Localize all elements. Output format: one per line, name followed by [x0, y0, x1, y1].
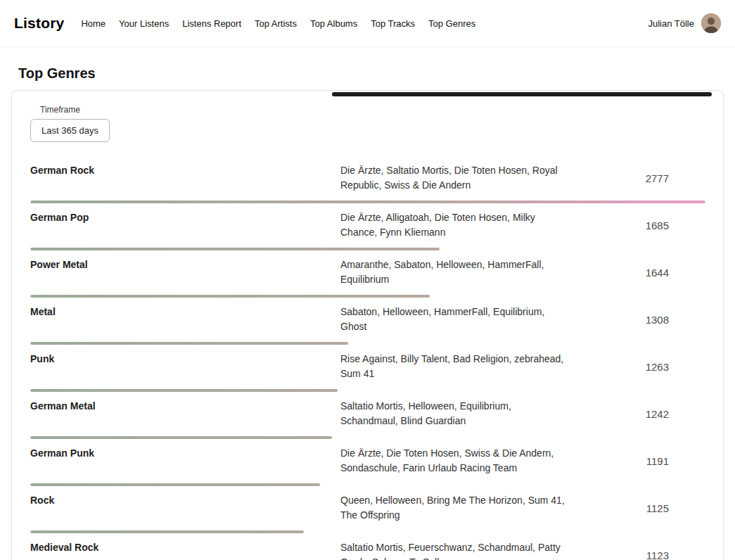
genre-name: German Rock — [30, 163, 340, 176]
nav-item-top-artists[interactable]: Top Artists — [255, 18, 297, 29]
genre-bar-fill — [30, 483, 320, 486]
genre-row: Rock Queen, Helloween, Bring Me The Hori… — [30, 488, 705, 533]
genre-bar-fill — [30, 201, 705, 203]
avatar-person-icon — [701, 13, 721, 33]
nav-item-top-tracks[interactable]: Top Tracks — [371, 18, 415, 29]
genre-count: 2777 — [565, 172, 705, 184]
genre-artists: Amaranthe, Sabaton, Helloween, HammerFal… — [340, 257, 565, 287]
page-title: Top Genres — [18, 65, 717, 82]
horizontal-scrollbar[interactable] — [332, 92, 712, 96]
genre-row: Punk Rise Against, Billy Talent, Bad Rel… — [30, 346, 705, 392]
user-avatar[interactable] — [701, 13, 721, 33]
genre-artists: Die Ärzte, Die Toten Hosen, Swiss & Die … — [340, 446, 565, 476]
genre-artists: Saltatio Mortis, Feuerschwanz, Schandmau… — [340, 540, 565, 560]
nav-links: HomeYour ListensListens ReportTop Artist… — [81, 18, 475, 29]
genre-name: Metal — [30, 305, 340, 317]
genre-count: 1125 — [565, 502, 705, 514]
brand-logo[interactable]: Listory — [14, 15, 64, 32]
genre-artists: Queen, Helloween, Bring Me The Horizon, … — [340, 493, 565, 523]
genre-count: 1263 — [565, 361, 705, 373]
genre-bar — [30, 342, 348, 345]
genre-bar-fill — [30, 342, 348, 345]
top-genres-card: Timeframe Last 365 days German Rock Die … — [11, 90, 724, 560]
genre-name: German Metal — [30, 399, 340, 412]
genre-artists: Die Ärzte, Saltatio Mortis, Die Toten Ho… — [340, 163, 565, 193]
genre-bar-fill — [30, 389, 338, 392]
genre-bar — [30, 295, 430, 298]
genre-count: 1644 — [565, 267, 705, 279]
genre-table: German Rock Die Ärzte, Saltatio Mortis, … — [30, 158, 705, 560]
genre-bar — [30, 248, 440, 250]
genre-bar — [30, 389, 338, 392]
genre-name: German Pop — [30, 210, 340, 223]
nav-item-listens-report[interactable]: Listens Report — [182, 18, 241, 29]
genre-artists: Sabaton, Helloween, HammerFall, Equilibr… — [340, 305, 565, 334]
genre-bar — [30, 483, 320, 486]
genre-count: 1191 — [565, 455, 705, 467]
genre-name: Power Metal — [30, 257, 340, 270]
genre-name: German Punk — [30, 446, 340, 459]
nav-item-top-albums[interactable]: Top Albums — [310, 18, 357, 29]
genre-name: Punk — [30, 352, 340, 364]
genre-artists: Die Ärzte, Alligatoah, Die Toten Hosen, … — [340, 210, 565, 240]
genre-name: Medieval Rock — [30, 540, 340, 553]
genre-count: 1308 — [565, 314, 705, 326]
genre-row: Medieval Rock Saltatio Mortis, Feuerschw… — [30, 535, 705, 560]
nav-item-top-genres[interactable]: Top Genres — [428, 18, 475, 29]
genre-row: German Rock Die Ärzte, Saltatio Mortis, … — [30, 158, 705, 203]
genre-artists: Rise Against, Billy Talent, Bad Religion… — [340, 352, 565, 381]
timeframe-label: Timeframe — [40, 105, 705, 115]
user-name: Julian Tölle — [648, 18, 694, 29]
genre-bar-fill — [30, 248, 440, 250]
genre-count: 1123 — [565, 549, 705, 560]
genre-bar-fill — [30, 436, 332, 439]
top-navigation: Listory HomeYour ListensListens ReportTo… — [0, 0, 735, 46]
genre-artists: Saltatio Mortis, Helloween, Equilibrium,… — [340, 399, 565, 428]
main-content: Top Genres Timeframe Last 365 days Germa… — [0, 65, 735, 560]
genre-row: Power Metal Amaranthe, Sabaton, Hellowee… — [30, 252, 705, 298]
nav-user-area: Julian Tölle — [648, 13, 721, 33]
genre-bar-fill — [30, 530, 304, 533]
genre-bar-fill — [30, 295, 430, 298]
genre-bar — [30, 201, 705, 203]
genre-row: German Punk Die Ärzte, Die Toten Hosen, … — [30, 440, 705, 486]
genre-row: German Metal Saltatio Mortis, Helloween,… — [30, 393, 705, 439]
genre-row: Metal Sabaton, Helloween, HammerFall, Eq… — [30, 299, 705, 345]
genre-count: 1685 — [565, 219, 705, 231]
genre-bar — [30, 436, 332, 439]
nav-item-your-listens[interactable]: Your Listens — [119, 18, 169, 29]
genre-count: 1242 — [565, 408, 705, 420]
genre-bar — [30, 530, 304, 533]
timeframe-select[interactable]: Last 365 days — [30, 119, 110, 142]
nav-item-home[interactable]: Home — [81, 18, 106, 29]
genre-row: German Pop Die Ärzte, Alligatoah, Die To… — [30, 205, 705, 250]
genre-name: Rock — [30, 493, 340, 506]
